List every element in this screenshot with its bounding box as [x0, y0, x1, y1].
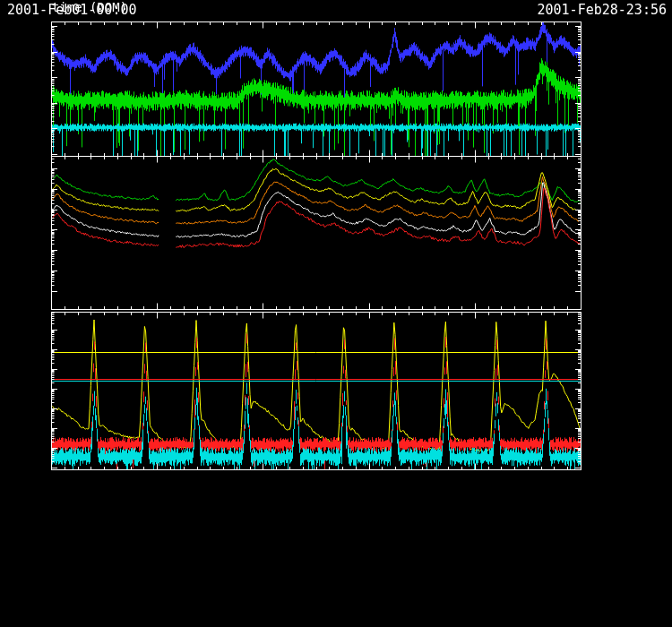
- rates-plot-canvas: [0, 0, 672, 627]
- radiation-rates-plot: 2001-Feb01-00:00 2001-Feb28-23:56 time (…: [0, 0, 672, 627]
- x-axis-title: time (DOM): [0, 0, 179, 14]
- end-datetime-label: 2001-Feb28-23:56: [538, 2, 668, 18]
